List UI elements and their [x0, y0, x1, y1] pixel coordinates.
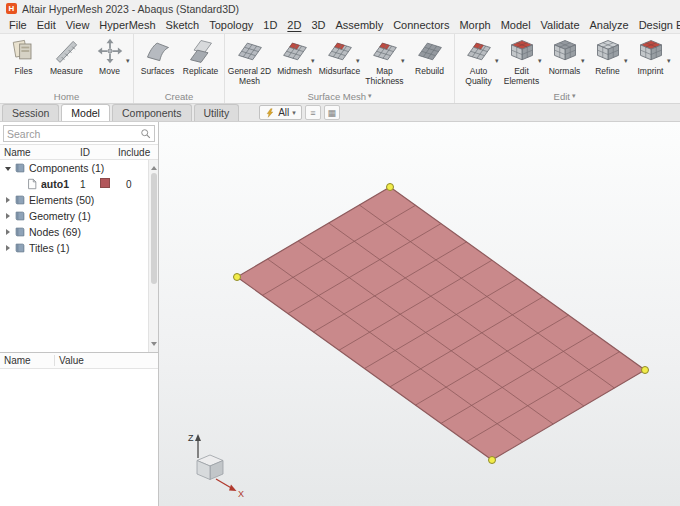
refine-dropdown-icon[interactable]: ▾ [624, 57, 628, 64]
normals-label: Normals [549, 67, 581, 77]
imprint-dropdown-icon[interactable]: ▾ [667, 57, 671, 64]
scroll-thumb[interactable] [151, 173, 157, 284]
move-label: Move [99, 67, 120, 77]
nodes-icon [14, 226, 26, 238]
auto1-color-swatch[interactable] [100, 178, 110, 188]
geometry-label: Geometry (1) [29, 210, 158, 222]
entity-filter-chevron-icon: ▾ [292, 109, 296, 117]
menu-model[interactable]: Model [496, 18, 536, 32]
tree-row-components[interactable]: Components (1) [0, 160, 158, 176]
orientation-cube-icon[interactable] [197, 455, 223, 480]
normals-icon [551, 37, 579, 65]
entity-toolbar: All ▾ ≡ ▦ [259, 105, 340, 121]
menu-edit[interactable]: Edit [32, 18, 61, 32]
menu-bar: File Edit View HyperMesh Sketch Topology… [0, 17, 680, 34]
component-page-icon [26, 178, 38, 190]
measure-button[interactable]: Measure [45, 36, 88, 89]
menu-1d[interactable]: 1D [258, 18, 282, 32]
map-thickness-button[interactable]: ▾ Map Thickness [362, 36, 407, 89]
search-input[interactable] [7, 128, 140, 140]
normals-button[interactable]: ▾ Normals [543, 36, 586, 89]
search-box [3, 125, 155, 142]
menu-3d[interactable]: 3D [306, 18, 330, 32]
column-include[interactable]: Include [118, 147, 158, 158]
elements-expander-icon[interactable] [3, 197, 13, 203]
entity-filter-dropdown[interactable]: All ▾ [259, 105, 302, 120]
imprint-button[interactable]: ▾ Imprint [629, 36, 672, 89]
replicate-button[interactable]: Replicate [179, 36, 222, 89]
column-color[interactable] [100, 147, 118, 157]
menu-hypermesh[interactable]: HyperMesh [94, 18, 160, 32]
tree-scrollbar[interactable] [148, 160, 158, 352]
surfaces-label: Surfaces [141, 67, 175, 77]
tab-components[interactable]: Components [112, 104, 192, 121]
menu-connectors[interactable]: Connectors [388, 18, 454, 32]
midmesh-icon [281, 37, 309, 65]
edit-elements-dropdown-icon[interactable]: ▾ [538, 57, 542, 64]
tab-session[interactable]: Session [2, 104, 59, 121]
move-dropdown-icon[interactable]: ▾ [126, 57, 130, 64]
nodes-expander-icon[interactable] [3, 229, 13, 235]
menu-sketch[interactable]: Sketch [161, 18, 205, 32]
refine-icon [594, 37, 622, 65]
auto-quality-button[interactable]: ▾ Auto Quality [457, 36, 500, 89]
tree-row-auto1[interactable]: auto1 1 0 [0, 176, 158, 192]
components-expander-icon[interactable] [3, 163, 13, 174]
refine-button[interactable]: ▾ Refine [586, 36, 629, 89]
scroll-up-icon[interactable] [151, 163, 157, 170]
menu-assembly[interactable]: Assembly [330, 18, 388, 32]
show-hide-button[interactable]: ≡ [305, 105, 321, 120]
menu-morph[interactable]: Morph [454, 18, 495, 32]
menu-topology[interactable]: Topology [204, 18, 258, 32]
normals-dropdown-icon[interactable]: ▾ [581, 57, 585, 64]
tab-utility[interactable]: Utility [194, 104, 240, 121]
tab-model[interactable]: Model [61, 104, 110, 121]
auto-quality-icon [465, 37, 493, 65]
property-body [0, 369, 158, 506]
viewport[interactable]: Z X [159, 122, 680, 506]
ribbon-group-create-label: Create [136, 89, 222, 103]
files-button[interactable]: Files [2, 36, 45, 89]
ribbon-group-edit-label[interactable]: Edit▾ [457, 89, 672, 103]
menu-validate[interactable]: Validate [536, 18, 585, 32]
ribbon-group-surface-mesh-label[interactable]: Surface Mesh▾ [227, 89, 452, 103]
ribbon: Files Measure ▾ Move Home Surfaces Repli… [0, 34, 680, 104]
replicate-icon [187, 37, 215, 65]
map-thickness-dropdown-icon[interactable]: ▾ [401, 57, 405, 64]
move-button[interactable]: ▾ Move [88, 36, 131, 89]
move-icon [96, 37, 124, 65]
rebuild-button[interactable]: Rebuild [407, 36, 452, 89]
z-axis-arrow-icon [195, 434, 201, 441]
menu-file[interactable]: File [4, 18, 32, 32]
menu-analyze[interactable]: Analyze [585, 18, 634, 32]
isolate-button[interactable]: ▦ [324, 105, 340, 120]
tree-row-elements[interactable]: Elements (50) [0, 192, 158, 208]
midmesh-dropdown-icon[interactable]: ▾ [311, 57, 315, 64]
titles-expander-icon[interactable] [3, 245, 13, 251]
edit-elements-button[interactable]: ▾ Edit Elements [500, 36, 543, 89]
menu-2d[interactable]: 2D [282, 18, 306, 32]
midsurface-button[interactable]: ▾ Midsurface [317, 36, 362, 89]
column-name[interactable]: Name [4, 147, 80, 158]
menu-view[interactable]: View [61, 18, 95, 32]
midmesh-button[interactable]: ▾ Midmesh [272, 36, 317, 89]
map-thickness-label: Map Thickness [362, 67, 407, 87]
edit-group-dropdown-icon: ▾ [572, 92, 576, 100]
tree-row-nodes[interactable]: Nodes (69) [0, 224, 158, 240]
tree-row-geometry[interactable]: Geometry (1) [0, 208, 158, 224]
auto-quality-dropdown-icon[interactable]: ▾ [495, 57, 499, 64]
column-id[interactable]: ID [80, 147, 100, 158]
tree-row-titles[interactable]: Titles (1) [0, 240, 158, 256]
menu-design-explorer[interactable]: Design Explorer [634, 18, 680, 32]
property-name-header[interactable]: Name [0, 355, 55, 366]
scroll-down-icon[interactable] [151, 342, 157, 349]
title-bar: H Altair HyperMesh 2023 - Abaqus (Standa… [0, 0, 680, 17]
midsurface-dropdown-icon[interactable]: ▾ [356, 57, 360, 64]
general-2d-mesh-button[interactable]: General 2D Mesh [227, 36, 272, 89]
view-triad[interactable]: Z X [175, 428, 247, 500]
replicate-label: Replicate [183, 67, 218, 77]
geometry-expander-icon[interactable] [3, 213, 13, 219]
general-2d-mesh-label: General 2D Mesh [227, 67, 272, 87]
surfaces-button[interactable]: Surfaces [136, 36, 179, 89]
property-value-header[interactable]: Value [55, 355, 158, 366]
